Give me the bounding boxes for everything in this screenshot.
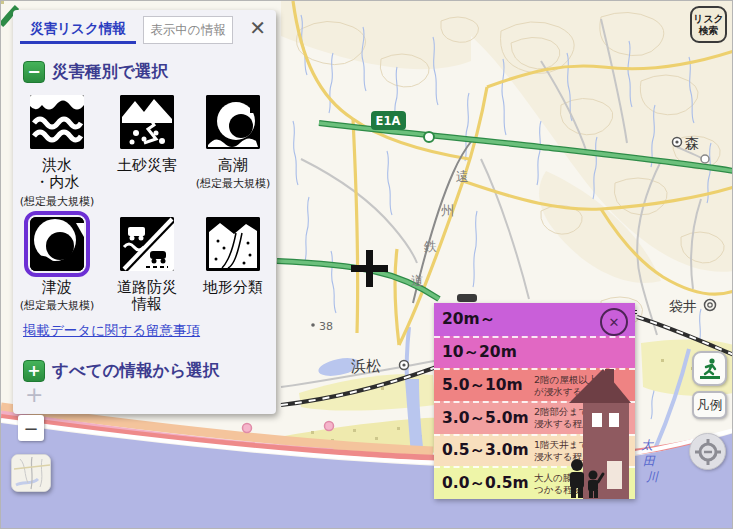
tile-sublabel: (想定最大規模) <box>15 194 99 209</box>
current-location-button[interactable] <box>689 433 726 470</box>
compass-crosshair-icon <box>695 439 721 465</box>
hidden-pin-top <box>457 294 477 302</box>
running-person-icon <box>698 357 722 381</box>
disaster-type-tsunami[interactable]: 津波 (想定最大規模) <box>15 217 99 313</box>
tsunami-depth-legend: 20m～ 10～20m 5.0～10m 2階の屋根以上が浸水する 3.0～5.0… <box>434 303 635 499</box>
disaster-type-storm-surge[interactable]: 高潮 (想定最大規模) <box>191 95 275 191</box>
svg-text:田: 田 <box>643 454 656 468</box>
tile-sublabel: (想定最大規模) <box>191 176 275 191</box>
flood-icon <box>30 95 84 149</box>
legend-desc: 2階の屋根以上が浸水する <box>534 374 597 398</box>
disaster-type-grid: 洪水 ・内水 (想定最大規模) 土砂災害 <box>13 87 276 325</box>
tab-disaster-risk-info[interactable]: 災害リスク情報 <box>20 16 136 44</box>
minimap-thumbnail <box>12 455 51 492</box>
road-disaster-icon <box>120 217 174 271</box>
section-all-info-header: + すべての情報から選択 <box>23 360 286 382</box>
disaster-type-landform[interactable]: 地形分類 <box>191 217 275 296</box>
legend-range: 10～20m <box>442 342 534 363</box>
panel-close-icon[interactable]: ✕ <box>249 18 266 38</box>
legend-row: 5.0～10m 2階の屋根以上が浸水する <box>434 368 635 401</box>
section-title: 災害種別で選択 <box>52 61 168 83</box>
town-label-mori: 森 <box>685 135 699 151</box>
disaster-type-flood[interactable]: 洪水 ・内水 (想定最大規模) <box>15 95 99 209</box>
panel-tabs: 災害リスク情報 表示中の情報 ✕ <box>13 10 276 47</box>
legend-desc: 2階部分まで浸水する程度 <box>534 406 591 430</box>
svg-text:州: 州 <box>441 203 454 218</box>
disaster-type-road-disaster[interactable]: 道路防災 情報 <box>105 217 189 314</box>
legend-desc: 1階天井まで浸水する程度 <box>534 439 591 463</box>
legend-range: 3.0～5.0m <box>442 408 534 429</box>
tile-label: 道路防災 情報 <box>105 279 189 314</box>
collapse-icon[interactable]: − <box>23 61 45 83</box>
disaster-info-panel: 災害リスク情報 表示中の情報 ✕ − 災害種別で選択 洪水 ・内水 <box>13 10 276 414</box>
tsunami-icon <box>30 217 84 271</box>
tile-label: 地形分類 <box>191 279 275 296</box>
storm-surge-icon <box>206 95 260 149</box>
legend-desc: 大人の膝までつかる程度 <box>534 472 592 496</box>
map-zoom-in-button[interactable]: + <box>25 382 43 407</box>
tile-label: 津波 <box>15 279 99 296</box>
legend-button[interactable]: 凡例 <box>692 391 727 419</box>
landform-icon <box>206 217 260 271</box>
legend-row: 10～20m <box>434 336 635 369</box>
city-label-hamamatsu: 浜松 <box>351 357 381 375</box>
svg-text:鉄: 鉄 <box>423 239 437 254</box>
legend-range: 5.0～10m <box>442 375 534 396</box>
svg-text:道: 道 <box>411 273 424 288</box>
disaster-type-landslide[interactable]: 土砂災害 <box>105 95 189 174</box>
svg-text:太: 太 <box>641 438 654 452</box>
legend-row: 3.0～5.0m 2階部分まで浸水する程度 <box>434 401 635 434</box>
section-disaster-type-header: − 災害種別で選択 <box>23 61 276 83</box>
tile-label: 土砂災害 <box>105 157 189 174</box>
risk-search-label: リスク <box>693 13 724 25</box>
tile-label: 洪水 ・内水 <box>15 157 99 192</box>
legend-range: 20m～ <box>442 309 534 330</box>
legend-close-button[interactable]: ✕ <box>600 308 628 336</box>
legend-range: 0.5～3.0m <box>442 440 534 461</box>
tab-displayed-info[interactable]: 表示中の情報 <box>143 16 233 44</box>
svg-text:遠: 遠 <box>456 169 469 184</box>
tile-sublabel: (想定最大規模) <box>15 298 99 313</box>
hazard-map-app: E1A 森 袋井 浜松 38 遠 州 鉄 道 太 田 川 <box>0 0 733 529</box>
legend-range: 0.0～0.5m <box>442 473 534 494</box>
overview-minimap-button[interactable] <box>11 454 51 492</box>
elevation-point-label: 38 <box>319 320 333 333</box>
risk-search-label: 検索 <box>699 25 719 37</box>
city-label-fukuroi: 袋井 <box>669 298 697 314</box>
landslide-icon <box>120 95 174 149</box>
tile-label: 高潮 <box>191 157 275 174</box>
data-notes-link[interactable]: 掲載データに関する留意事項 <box>23 322 200 340</box>
legend-row: 0.0～0.5m 大人の膝までつかる程度 <box>434 466 635 499</box>
svg-text:川: 川 <box>646 470 659 484</box>
expressway-shield-label: E1A <box>376 114 401 128</box>
risk-search-button[interactable]: リスク 検索 <box>690 6 727 43</box>
legend-row: 0.5～3.0m 1階天井まで浸水する程度 <box>434 434 635 467</box>
evacuation-site-button[interactable] <box>692 351 727 386</box>
section-title: すべての情報から選択 <box>52 360 219 382</box>
expand-icon[interactable]: + <box>23 360 45 382</box>
map-zoom-out-button[interactable]: − <box>18 415 44 441</box>
